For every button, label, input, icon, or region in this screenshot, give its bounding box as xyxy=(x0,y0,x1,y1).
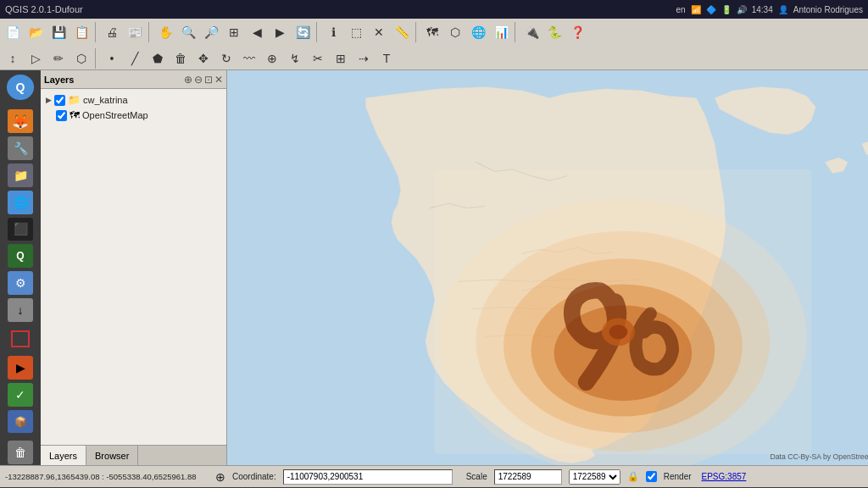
delete-feature-button[interactable]: 🗑 xyxy=(170,47,192,69)
zoom-next-button[interactable]: ▶ xyxy=(269,21,291,43)
network-icon: 📶 xyxy=(691,5,701,14)
select-button[interactable]: ⬚ xyxy=(345,21,367,43)
layers-float-icon[interactable]: ⊡ xyxy=(204,74,213,86)
reshape-button[interactable]: ↯ xyxy=(284,47,306,69)
bluetooth-icon: 🔷 xyxy=(706,5,716,14)
scale-input[interactable] xyxy=(494,469,562,485)
add-vector-button[interactable]: ⬡ xyxy=(444,21,466,43)
label-button[interactable]: T xyxy=(376,47,398,69)
zoom-in-button[interactable]: 🔍 xyxy=(177,21,199,43)
map-attribution: Data CC-By-SA by OpenStreetMap xyxy=(771,452,868,461)
measure-button[interactable]: 📏 xyxy=(391,21,413,43)
settings-icon[interactable]: ⚙ xyxy=(8,271,33,295)
render-label: Render xyxy=(664,472,692,481)
expand-arrow-icon: ▶ xyxy=(46,96,52,104)
layers-remove-icon[interactable]: ⊖ xyxy=(194,74,203,86)
layer-checkbox-cw-katrina[interactable] xyxy=(54,95,65,106)
python-button[interactable]: 🐍 xyxy=(543,21,565,43)
globe-icon[interactable]: 🌐 xyxy=(8,191,33,214)
layers-header-icons: ⊕ ⊖ ⊡ ✕ xyxy=(184,74,223,86)
crosshair-icon: ⊕ xyxy=(215,470,225,484)
statusbar: -13228887.96,1365439.08 : -5055338.40,65… xyxy=(0,465,868,487)
node-tool-button[interactable]: ⬡ xyxy=(70,47,92,69)
layers-title-area: Layers xyxy=(44,75,74,85)
zoom-prev-button[interactable]: ◀ xyxy=(246,21,268,43)
main-area: Q 🦊 🔧 📁 🌐 ⬛ Q ⚙ ↓ ▶ xyxy=(0,70,868,465)
package-icon[interactable]: 📦 xyxy=(8,410,33,434)
offset-button[interactable]: ⇢ xyxy=(353,47,375,69)
toolbars: 📄 📂 💾 📋 🖨 📰 ✋ 🔍 🔎 ⊞ ◀ ▶ 🔄 ℹ ⬚ ✕ 📏 🗺 ⬡ 🌐 … xyxy=(0,19,868,70)
open-button[interactable]: 📂 xyxy=(25,21,47,43)
layer-item-openstreetmap[interactable]: 🗺 OpenStreetMap xyxy=(42,108,225,123)
toolbar-row-2: ↕ ▷ ✏ ⬡ • ╱ ⬟ 🗑 ✥ ↻ 〰 ⊕ ↯ ✂ ⊞ ⇢ T xyxy=(0,46,868,69)
render-checkbox[interactable] xyxy=(646,471,657,482)
scale-label: Scale xyxy=(466,472,487,481)
capture-poly-button[interactable]: ⬟ xyxy=(147,47,169,69)
firefox-icon[interactable]: 🦊 xyxy=(8,109,33,133)
pointer-icon[interactable]: ↓ xyxy=(8,298,33,322)
tab-layers[interactable]: Layers xyxy=(41,446,86,465)
terminal-icon[interactable]: ⬛ xyxy=(8,218,33,241)
zoom-out-button[interactable]: 🔎 xyxy=(200,21,222,43)
zoom-extent-button[interactable]: ⊞ xyxy=(223,21,245,43)
plugins-button[interactable]: 🔌 xyxy=(520,21,542,43)
print-compose-button[interactable]: 📰 xyxy=(124,21,146,43)
titlebar-right: en 📶 🔷 🔋 🔊 14:34 👤 Antonio Rodrigues xyxy=(676,5,863,14)
red-box-icon[interactable] xyxy=(11,330,30,348)
save-button[interactable]: 💾 xyxy=(47,21,70,43)
sep3 xyxy=(316,22,320,42)
capture-line-button[interactable]: ╱ xyxy=(124,47,146,69)
layers-add-icon[interactable]: ⊕ xyxy=(184,74,192,86)
files-icon[interactable]: 📁 xyxy=(8,164,33,187)
split-button[interactable]: ✂ xyxy=(307,47,329,69)
rotate-feature-button[interactable]: ↻ xyxy=(215,47,237,69)
ring-button[interactable]: ⊕ xyxy=(261,47,283,69)
sep6 xyxy=(95,48,98,69)
map-svg: Data CC-By-SA by OpenStreetMap xyxy=(227,70,868,465)
layer-checkbox-openstreetmap[interactable] xyxy=(56,110,67,121)
media-icon[interactable]: ▶ xyxy=(8,356,33,380)
layer-group-label: cw_katrina xyxy=(83,95,128,105)
refresh-button[interactable]: 🔄 xyxy=(292,21,314,43)
add-raster-button[interactable]: 🗺 xyxy=(421,21,443,43)
green-app-icon[interactable]: ✓ xyxy=(8,383,33,407)
qgis-app-icon[interactable]: Q xyxy=(8,244,33,268)
layer-raster-icon: 🗺 xyxy=(70,109,80,121)
print-button[interactable]: 🖨 xyxy=(101,21,123,43)
capture-point-button[interactable]: • xyxy=(101,47,123,69)
help-button[interactable]: ❓ xyxy=(566,21,588,43)
left-dock: Q 🦊 🔧 📁 🌐 ⬛ Q ⚙ ↓ ▶ xyxy=(0,70,41,465)
coordinate-input[interactable] xyxy=(283,469,453,485)
simplify-button[interactable]: 〰 xyxy=(238,47,260,69)
save-as-button[interactable]: 📋 xyxy=(70,21,92,43)
tab-browser[interactable]: Browser xyxy=(86,446,138,465)
move-feature-button[interactable]: ✥ xyxy=(192,47,214,69)
tools-icon[interactable]: 🔧 xyxy=(8,136,33,160)
add-csv-button[interactable]: 📊 xyxy=(490,21,512,43)
layer-item-cw-katrina[interactable]: ▶ 📁 cw_katrina xyxy=(42,92,225,108)
map-area[interactable]: Data CC-By-SA by OpenStreetMap xyxy=(227,70,868,465)
battery-icon: 🔋 xyxy=(721,5,732,14)
new-button[interactable]: 📄 xyxy=(2,21,24,43)
layers-header: Layers ⊕ ⊖ ⊡ ✕ xyxy=(41,70,226,89)
sep1 xyxy=(95,22,98,42)
add-wms-button[interactable]: 🌐 xyxy=(467,21,489,43)
coordinate-range: -13228887.96,1365439.08 : -5055338.40,65… xyxy=(5,472,209,481)
identify-button[interactable]: ℹ xyxy=(322,21,344,43)
sep2 xyxy=(148,22,152,42)
merge-button[interactable]: ⊞ xyxy=(330,47,352,69)
layers-title: Layers xyxy=(44,75,74,85)
pan-button[interactable]: ✋ xyxy=(154,21,176,43)
deselect-button[interactable]: ✕ xyxy=(368,21,390,43)
edit-pan-button[interactable]: ↕ xyxy=(2,47,24,69)
toolbar-row-1: 📄 📂 💾 📋 🖨 📰 ✋ 🔍 🔎 ⊞ ◀ ▶ 🔄 ℹ ⬚ ✕ 📏 🗺 ⬡ 🌐 … xyxy=(0,19,868,46)
layers-close-icon[interactable]: ✕ xyxy=(214,74,223,86)
edit-select-button[interactable]: ▷ xyxy=(25,47,47,69)
titlebar: QGIS 2.0.1-Dufour en 📶 🔷 🔋 🔊 14:34 👤 Ant… xyxy=(0,0,868,19)
qgis-logo-icon[interactable]: Q xyxy=(7,75,34,100)
scale-dropdown[interactable]: 1722589 xyxy=(569,469,620,485)
trash-icon[interactable]: 🗑 xyxy=(8,441,33,464)
svg-point-13 xyxy=(609,324,628,339)
edit-toggle-button[interactable]: ✏ xyxy=(47,47,70,69)
epsg-badge[interactable]: EPSG:3857 xyxy=(702,472,747,481)
